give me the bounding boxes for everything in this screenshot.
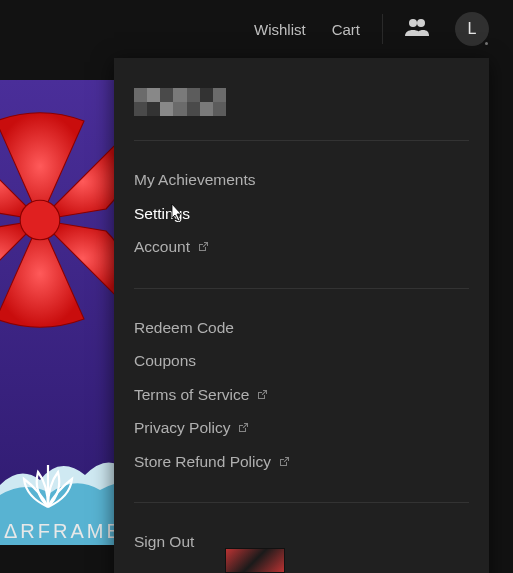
menu-item-label: Store Refund Policy: [134, 454, 271, 470]
menu-item-privacy-policy[interactable]: Privacy Policy: [134, 411, 469, 445]
topbar-divider: [382, 14, 383, 44]
external-link-icon: [198, 241, 209, 252]
lotus-icon: [18, 457, 78, 517]
menu-item-my-achievements[interactable]: My Achievements: [134, 163, 469, 197]
username-row: [134, 88, 469, 116]
avatar[interactable]: L: [455, 12, 489, 46]
divider: [134, 288, 469, 289]
external-link-icon: [257, 389, 268, 400]
menu-item-label: Redeem Code: [134, 320, 234, 336]
friends-icon[interactable]: [405, 18, 429, 40]
menu-item-terms-of-service[interactable]: Terms of Service: [134, 378, 469, 412]
menu-group-2: Redeem CodeCouponsTerms of ServicePrivac…: [134, 311, 469, 479]
menu-item-label: Settings: [134, 206, 190, 222]
menu-item-label: Sign Out: [134, 534, 194, 550]
menu-item-coupons[interactable]: Coupons: [134, 344, 469, 378]
menu-item-store-refund-policy[interactable]: Store Refund Policy: [134, 445, 469, 479]
svg-point-1: [417, 19, 425, 27]
username-redacted: [134, 88, 226, 116]
divider: [134, 140, 469, 141]
wishlist-link[interactable]: Wishlist: [254, 21, 306, 38]
menu-item-label: Account: [134, 239, 190, 255]
avatar-letter: L: [468, 20, 477, 38]
svg-point-2: [20, 200, 60, 240]
menu-item-label: Coupons: [134, 353, 196, 369]
svg-point-0: [409, 19, 417, 27]
menu-group-1: My AchievementsSettingsAccount: [134, 163, 469, 264]
topbar: Wishlist Cart L: [0, 0, 513, 58]
status-dot-icon: [483, 40, 490, 47]
account-dropdown: My AchievementsSettingsAccount Redeem Co…: [114, 58, 489, 573]
external-link-icon: [279, 456, 290, 467]
cart-link[interactable]: Cart: [332, 21, 360, 38]
divider: [134, 502, 469, 503]
menu-item-redeem-code[interactable]: Redeem Code: [134, 311, 469, 345]
menu-item-label: Terms of Service: [134, 387, 249, 403]
menu-item-label: My Achievements: [134, 172, 255, 188]
menu-group-3: Sign Out: [134, 525, 469, 559]
menu-item-label: Privacy Policy: [134, 420, 230, 436]
menu-item-settings[interactable]: Settings: [134, 197, 469, 231]
menu-item-account[interactable]: Account: [134, 230, 469, 264]
external-link-icon: [238, 422, 249, 433]
game-thumbnail[interactable]: [225, 548, 285, 573]
menu-item-sign-out[interactable]: Sign Out: [134, 525, 469, 559]
